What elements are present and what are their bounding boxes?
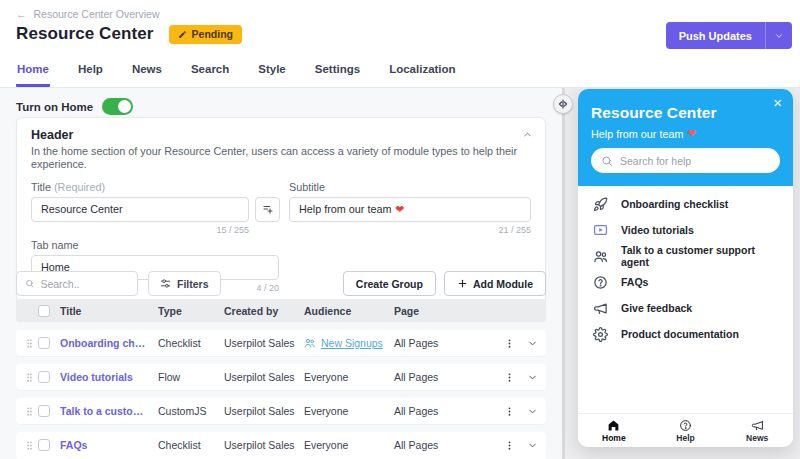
preview-nav-news[interactable]: News <box>721 414 793 447</box>
tab-style[interactable]: Style <box>257 57 287 87</box>
tab-localization[interactable]: Localization <box>388 57 456 87</box>
chevron-down-icon <box>527 406 538 417</box>
filters-button[interactable]: Filters <box>148 271 221 296</box>
module-type: Checklist <box>158 337 224 349</box>
subtitle-char-counter: 21 / 255 <box>289 225 531 235</box>
drag-handle-icon[interactable] <box>24 372 38 383</box>
row-expand-button[interactable] <box>527 372 538 383</box>
resource-center-editor: ← Resource Center Overview Resource Cent… <box>0 0 800 459</box>
home-icon <box>607 419 620 432</box>
panel-resize-handle[interactable] <box>553 94 573 114</box>
kebab-icon <box>504 406 515 417</box>
preview-search[interactable]: Search for help <box>591 148 780 173</box>
title-field-label: Title <box>31 181 51 193</box>
help-icon <box>679 419 692 432</box>
module-type: CustomJS <box>158 405 224 417</box>
module-created-by: Userpilot Sales <box>224 371 304 383</box>
tab-bar: Home Help News Search Style Settings Loc… <box>16 57 457 87</box>
row-expand-button[interactable] <box>527 338 538 349</box>
insert-variable-button[interactable] <box>255 197 280 222</box>
row-menu-button[interactable] <box>504 440 515 451</box>
module-search[interactable] <box>16 271 138 296</box>
tab-settings[interactable]: Settings <box>314 57 361 87</box>
create-group-button[interactable]: Create Group <box>343 271 436 296</box>
row-menu-button[interactable] <box>504 372 515 383</box>
table-row: FAQs Checklist Userpilot Sales Everyone … <box>16 432 546 458</box>
modules-table: Title Type Created by Audience Page Onbo… <box>16 299 546 458</box>
list-item[interactable]: Talk to a customer support agent <box>578 243 793 269</box>
question-icon <box>593 275 608 290</box>
top-bar: ← Resource Center Overview Resource Cent… <box>0 0 800 88</box>
subtitle-input[interactable]: Help from our team ❤ <box>289 197 531 222</box>
video-icon <box>593 223 608 238</box>
preview-header: × Resource Center Help from our team ❤ S… <box>578 89 793 186</box>
turn-on-home-toggle[interactable] <box>102 98 133 115</box>
module-title-link[interactable]: Talk to a customer supp... <box>60 405 158 417</box>
title-required-hint: (Required) <box>54 181 105 193</box>
heart-icon: ❤ <box>395 203 404 216</box>
module-title-link[interactable]: FAQs <box>60 439 158 451</box>
preview-subtitle: Help from our team <box>591 128 683 140</box>
row-expand-button[interactable] <box>527 440 538 451</box>
rocket-icon <box>593 197 608 212</box>
row-checkbox[interactable] <box>38 371 50 383</box>
tab-help[interactable]: Help <box>77 57 104 87</box>
row-expand-button[interactable] <box>527 406 538 417</box>
list-item[interactable]: FAQs <box>578 269 793 295</box>
breadcrumb[interactable]: ← Resource Center Overview <box>16 8 160 20</box>
row-menu-button[interactable] <box>504 406 515 417</box>
users-icon <box>304 337 316 349</box>
drag-handle-icon[interactable] <box>24 338 38 349</box>
card-description: In the home section of your Resource Cen… <box>31 145 531 172</box>
status-badge[interactable]: Pending <box>169 25 242 44</box>
drag-handle-icon[interactable] <box>24 440 38 451</box>
chevron-down-icon <box>774 31 784 41</box>
tab-home[interactable]: Home <box>16 57 50 87</box>
turn-on-home-label: Turn on Home <box>16 101 93 113</box>
module-title-link[interactable]: Onboarding checklist <box>60 337 158 349</box>
list-item[interactable]: Product documentation <box>578 321 793 347</box>
filters-label: Filters <box>177 278 209 290</box>
close-icon[interactable]: × <box>773 92 782 113</box>
table-header-row: Title Type Created by Audience Page <box>16 299 546 322</box>
tab-search[interactable]: Search <box>190 57 230 87</box>
module-page: All Pages <box>394 337 504 349</box>
title-input[interactable] <box>31 197 249 222</box>
module-audience: Everyone <box>304 439 394 451</box>
column-title: Title <box>60 305 158 317</box>
preview-nav-help[interactable]: Help <box>650 414 722 447</box>
row-checkbox[interactable] <box>38 405 50 417</box>
module-created-by: Userpilot Sales <box>224 439 304 451</box>
module-title-link[interactable]: Video tutorials <box>60 371 158 383</box>
kebab-icon <box>504 372 515 383</box>
module-search-input[interactable] <box>40 278 129 290</box>
row-checkbox[interactable] <box>38 439 50 451</box>
column-type: Type <box>158 305 224 317</box>
collapse-section-button[interactable] <box>522 129 533 140</box>
list-item[interactable]: Give feedback <box>578 295 793 321</box>
back-arrow-icon: ← <box>16 8 27 20</box>
subtitle-value: Help from our team <box>299 203 391 215</box>
tab-news[interactable]: News <box>131 57 163 87</box>
row-checkbox[interactable] <box>38 337 50 349</box>
select-all-checkbox[interactable] <box>38 305 50 317</box>
audience-segment-link[interactable]: New Signups <box>304 337 394 349</box>
search-icon <box>601 155 613 167</box>
list-item[interactable]: Video tutorials <box>578 217 793 243</box>
drag-handle-icon[interactable] <box>24 406 38 417</box>
chevron-up-icon <box>522 129 533 140</box>
list-item[interactable]: Onboarding checklist <box>578 191 793 217</box>
add-module-button[interactable]: Add Module <box>444 271 546 296</box>
preview-nav-home[interactable]: Home <box>578 414 650 447</box>
preview-search-placeholder: Search for help <box>620 155 691 167</box>
chevron-down-icon <box>527 338 538 349</box>
module-page: All Pages <box>394 371 504 383</box>
plus-icon <box>457 278 468 289</box>
module-audience: Everyone <box>304 371 394 383</box>
module-page: All Pages <box>394 405 504 417</box>
table-row: Video tutorials Flow Userpilot Sales Eve… <box>16 364 546 390</box>
push-updates-menu-button[interactable] <box>765 22 792 49</box>
preview-module-list: Onboarding checklist Video tutorials Tal… <box>578 186 793 347</box>
row-menu-button[interactable] <box>504 338 515 349</box>
push-updates-button[interactable]: Push Updates <box>666 22 765 49</box>
